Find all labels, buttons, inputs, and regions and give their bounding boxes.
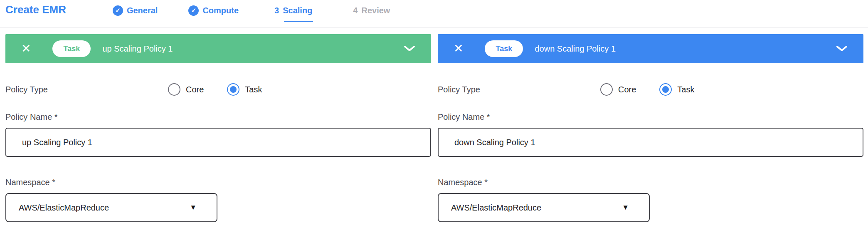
check-icon: ✓ [188,5,199,16]
policy-name-label: Policy Name * [438,112,863,122]
policy-type-row: Policy Type Core Task [438,82,863,97]
policy-type-label: Policy Type [5,85,168,94]
chevron-down-icon[interactable] [836,45,848,52]
step-number: 4 [353,5,358,16]
active-step-indicator [284,21,313,22]
policy-type-radio-group: Core Task [600,83,694,96]
caret-down-icon: ▼ [190,203,197,212]
radio-task[interactable]: Task [227,83,262,96]
step-label: General [127,5,158,16]
radio-circle-icon [168,83,180,96]
radio-core[interactable]: Core [600,83,636,96]
radio-label: Core [618,85,636,94]
radio-circle-icon [600,83,613,96]
scaling-policy-panel-down: ✕ Task down Scaling Policy 1 Policy Type… [438,34,863,222]
policy-type-row: Policy Type Core Task [5,82,431,97]
wizard-header: Create EMR ✓ General ✓ Compute 3 Scaling… [0,0,868,28]
step-scaling[interactable]: 3 Scaling [274,4,312,16]
page-title: Create EMR [5,3,66,16]
step-label: Review [361,5,390,16]
policy-type-radio-group: Core Task [168,83,262,96]
radio-label: Task [245,85,262,94]
radio-circle-icon [227,83,239,96]
caret-down-icon: ▼ [622,203,629,212]
scaling-policy-panel-up: ✕ Task up Scaling Policy 1 Policy Type C… [5,34,431,222]
chevron-down-icon[interactable] [404,45,415,52]
step-number: 3 [274,5,279,16]
policy-type-badge: Task [52,40,91,57]
close-icon[interactable]: ✕ [454,43,463,55]
radio-task[interactable]: Task [659,83,694,96]
namespace-label: Namespace * [5,178,431,187]
namespace-selected-value: AWS/ElasticMapReduce [451,203,622,213]
policy-name-input[interactable] [5,128,431,157]
namespace-select[interactable]: AWS/ElasticMapReduce ▼ [5,193,217,222]
check-icon: ✓ [113,5,123,16]
policy-header-bar-up[interactable]: ✕ Task up Scaling Policy 1 [5,34,431,63]
policy-bar-title: up Scaling Policy 1 [102,44,404,54]
policy-type-label: Policy Type [438,85,600,94]
namespace-label: Namespace * [438,178,863,187]
radio-core[interactable]: Core [168,83,204,96]
radio-label: Task [677,85,694,94]
wizard-steps: ✓ General ✓ Compute 3 Scaling 4 Review [113,3,390,16]
step-label: Scaling [283,5,312,16]
namespace-select[interactable]: AWS/ElasticMapReduce ▼ [438,193,650,222]
policy-type-badge: Task [485,40,523,57]
step-general[interactable]: ✓ General [113,4,158,16]
radio-label: Core [186,85,204,94]
policy-bar-title: down Scaling Policy 1 [535,44,836,54]
step-label: Compute [202,5,239,16]
policy-header-bar-down[interactable]: ✕ Task down Scaling Policy 1 [438,34,863,63]
step-review[interactable]: 4 Review [353,4,390,16]
policy-name-label: Policy Name * [5,112,431,122]
radio-circle-icon [659,83,672,96]
step-compute[interactable]: ✓ Compute [188,4,239,16]
namespace-selected-value: AWS/ElasticMapReduce [19,203,190,213]
close-icon[interactable]: ✕ [21,43,31,55]
policy-name-input[interactable] [438,128,863,157]
